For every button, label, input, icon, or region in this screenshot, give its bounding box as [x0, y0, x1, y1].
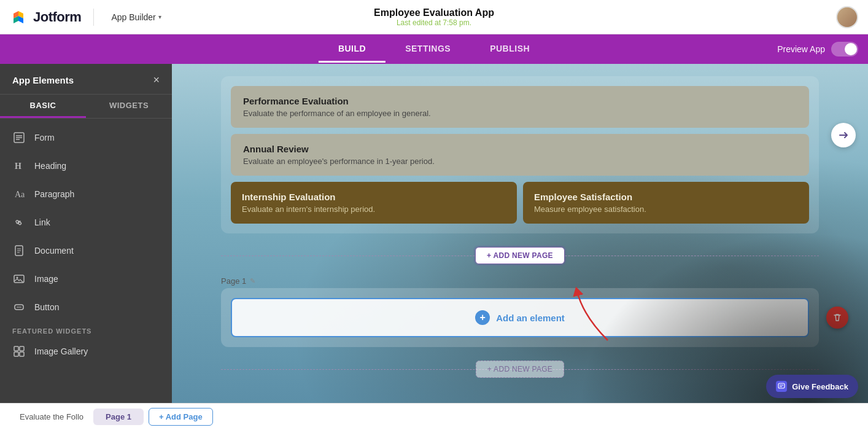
sidebar-item-document[interactable]: Document — [0, 237, 172, 265]
page-1-label: Page 1 ✎ — [221, 273, 819, 288]
performance-eval-desc: Evaluate the performance of an employee … — [243, 109, 797, 118]
avatar-image — [837, 7, 857, 27]
preview-toggle[interactable] — [831, 42, 858, 57]
annual-review-desc: Evaluate an employee's performance in 1-… — [243, 157, 797, 166]
sidebar-tab-widgets[interactable]: WIDGETS — [86, 95, 172, 118]
sidebar-tabs: BASIC WIDGETS — [0, 95, 172, 119]
link-icon — [12, 216, 26, 229]
edit-page-icon[interactable]: ✎ — [250, 277, 255, 285]
header: Jotform App Builder ▾ Employee Evaluatio… — [0, 0, 868, 34]
sidebar: App Elements × BASIC WIDGETS Form H Head… — [0, 64, 172, 403]
featured-widgets-label: FEATURED WIDGETS — [0, 321, 172, 337]
form-icon — [12, 131, 26, 144]
sidebar-item-button[interactable]: Button — [0, 293, 172, 321]
svg-point-12 — [17, 277, 18, 279]
header-right — [836, 6, 858, 28]
app-builder-label: App Builder — [111, 12, 155, 22]
svg-rect-16 — [20, 346, 24, 351]
nav-tabs: BUILD SETTINGS PUBLISH — [319, 36, 549, 63]
sidebar-item-label-image-gallery: Image Gallery — [34, 346, 88, 356]
button-icon — [12, 300, 26, 314]
sidebar-item-image-gallery[interactable]: Image Gallery — [0, 337, 172, 366]
close-icon[interactable]: × — [153, 74, 160, 87]
give-feedback-label: Give Feedback — [792, 382, 848, 391]
annual-review-title: Annual Review — [243, 144, 797, 154]
sidebar-item-image[interactable]: Image — [0, 265, 172, 293]
tab-publish[interactable]: PUBLISH — [470, 36, 549, 63]
sidebar-item-label-image: Image — [34, 274, 58, 284]
add-page-button[interactable]: + Add Page — [149, 408, 213, 426]
sidebar-item-label-button: Button — [34, 302, 59, 312]
sidebar-item-label-heading: Heading — [34, 161, 66, 171]
add-element-label: Add an element — [496, 313, 565, 323]
page-1-section: + Add an element — [221, 288, 819, 347]
employee-satisfaction-desc: Measure employee satisfaction. — [534, 205, 798, 214]
internship-eval-title: Internship Evaluation — [242, 192, 506, 202]
chevron-down-icon: ▾ — [158, 14, 161, 20]
employee-satisfaction-card[interactable]: Employee Satisfaction Measure employee s… — [523, 182, 809, 224]
svg-text:H: H — [15, 162, 21, 171]
performance-eval-title: Performance Evaluation — [243, 96, 797, 106]
svg-rect-17 — [14, 352, 18, 356]
app-title: Employee Evaluation App — [374, 7, 494, 18]
annual-review-card[interactable]: Annual Review Evaluate an employee's per… — [231, 134, 809, 176]
header-title-section: Employee Evaluation App Last edited at 7… — [374, 7, 494, 27]
paragraph-icon: Aa — [12, 187, 26, 201]
share-panel-button[interactable] — [831, 123, 856, 147]
heading-icon: H — [12, 159, 26, 173]
sidebar-title: App Elements — [12, 75, 74, 85]
sidebar-header: App Elements × — [0, 64, 172, 95]
sidebar-item-form[interactable]: Form — [0, 123, 172, 152]
sidebar-item-paragraph[interactable]: Aa Paragraph — [0, 180, 172, 208]
sidebar-tab-basic[interactable]: BASIC — [0, 95, 86, 118]
add-new-page-bar-upper: + ADD NEW PAGE — [221, 241, 819, 270]
image-icon — [12, 272, 26, 286]
svg-rect-18 — [20, 352, 24, 356]
sidebar-item-label-paragraph: Paragraph — [34, 189, 74, 199]
logo-icon — [10, 7, 29, 27]
tab-build[interactable]: BUILD — [319, 36, 386, 63]
add-new-page-bar-lower: + ADD NEW PAGE — [221, 354, 819, 384]
svg-text:Aa: Aa — [15, 190, 25, 199]
main-layout: App Elements × BASIC WIDGETS Form H Head… — [0, 64, 868, 403]
canvas-content: Performance Evaluation Evaluate the perf… — [172, 64, 868, 403]
last-edited: Last edited at 7:58 pm. — [374, 18, 494, 27]
sidebar-items: Form H Heading Aa Paragraph — [0, 119, 172, 403]
bottom-page-tab[interactable]: Page 1 — [93, 408, 144, 425]
add-new-page-button-lower[interactable]: + ADD NEW PAGE — [476, 361, 564, 378]
sidebar-item-label-document: Document — [34, 246, 74, 256]
app-builder-button[interactable]: App Builder ▾ — [106, 10, 166, 25]
sidebar-item-heading[interactable]: H Heading — [0, 152, 172, 180]
plus-icon: + — [475, 310, 490, 325]
employee-satisfaction-title: Employee Satisfaction — [534, 192, 798, 202]
image-gallery-icon — [12, 345, 26, 358]
sidebar-item-label-link: Link — [34, 217, 50, 227]
sidebar-item-link[interactable]: Link — [0, 208, 172, 237]
navbar: BUILD SETTINGS PUBLISH Preview App — [0, 34, 868, 64]
add-new-page-button-upper[interactable]: + ADD NEW PAGE — [475, 247, 565, 264]
bottom-page-prefix: Evaluate the Follo — [10, 412, 93, 421]
delete-page-button[interactable] — [826, 307, 848, 329]
avatar[interactable] — [836, 6, 858, 28]
give-feedback-button[interactable]: Give Feedback — [766, 375, 858, 398]
svg-rect-15 — [14, 346, 18, 351]
bottom-bar: Evaluate the Follo Page 1 + Add Page — [0, 403, 868, 430]
preview-area: Preview App — [777, 42, 858, 57]
page-0-container: Performance Evaluation Evaluate the perf… — [221, 76, 819, 233]
logo-text: Jotform — [33, 9, 81, 25]
preview-label: Preview App — [777, 44, 825, 54]
header-divider — [93, 9, 94, 26]
toggle-knob — [845, 43, 857, 55]
performance-evaluation-card[interactable]: Performance Evaluation Evaluate the perf… — [231, 86, 809, 128]
svg-rect-20 — [778, 383, 785, 388]
add-element-button[interactable]: + Add an element — [231, 298, 809, 337]
internship-eval-card[interactable]: Internship Evaluation Evaluate an intern… — [231, 182, 517, 224]
feedback-icon — [776, 381, 787, 392]
internship-eval-desc: Evaluate an intern's internship period. — [242, 205, 506, 214]
document-icon — [12, 244, 26, 257]
sidebar-item-label-form: Form — [34, 133, 55, 143]
page-1-text: Page 1 — [221, 276, 246, 286]
jotform-logo: Jotform — [10, 7, 81, 27]
half-cards-row: Internship Evaluation Evaluate an intern… — [231, 182, 809, 224]
tab-settings[interactable]: SETTINGS — [386, 36, 470, 63]
